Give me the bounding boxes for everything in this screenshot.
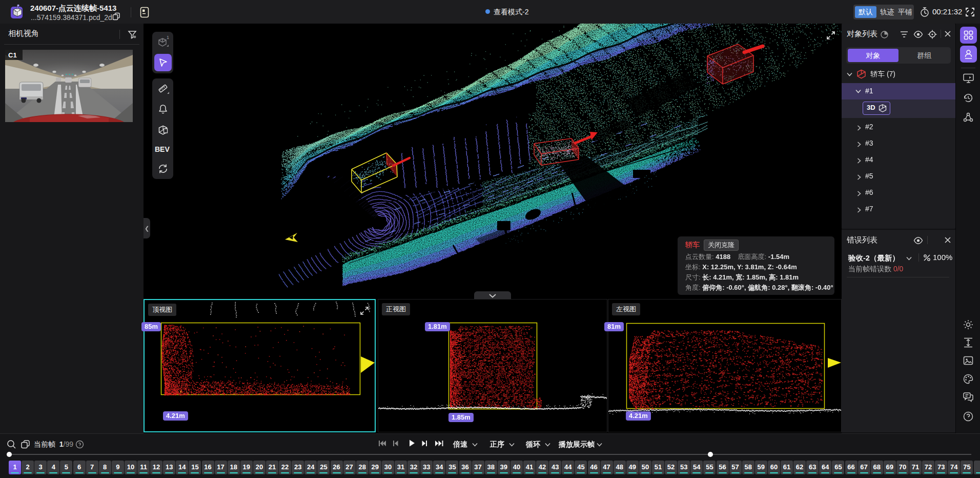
svg-text:1: 1: [167, 36, 169, 40]
svg-text:C1: C1: [8, 51, 17, 59]
